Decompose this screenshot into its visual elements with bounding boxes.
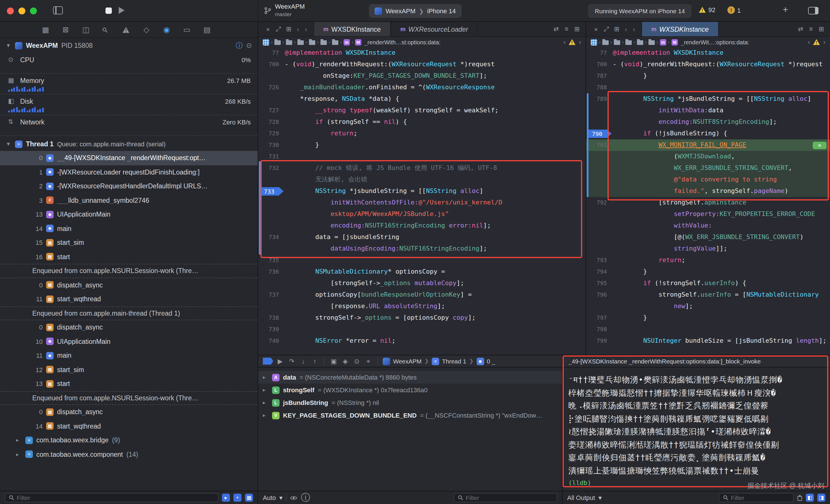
quick-look-icon[interactable] xyxy=(290,495,297,500)
code-line[interactable]: 788 xyxy=(586,82,830,93)
line-number[interactable] xyxy=(586,116,613,128)
code-line[interactable]: initWithData:data xyxy=(586,105,830,116)
close-window-button[interactable] xyxy=(7,7,14,14)
stack-frame-row[interactable]: 2☻-[WXResourceRequestHandlerDefaultImpl … xyxy=(0,179,258,193)
toggle-navigator-icon[interactable] xyxy=(53,6,63,14)
line-number[interactable]: 729 xyxy=(258,128,285,139)
code-line[interactable]: 791 WX_MONITOR_FAIL_ON_PAGE≡ xyxy=(586,139,830,151)
line-number[interactable] xyxy=(258,70,285,82)
breakpoint-indicator[interactable]: 790 xyxy=(587,129,611,138)
folder-icon[interactable] xyxy=(274,40,281,45)
code-line[interactable]: encoding:NSUTF8StringEncoding]; xyxy=(586,116,830,128)
disclosure-triangle-icon[interactable]: ▸ xyxy=(16,451,22,457)
editor-grid-icon[interactable]: ⊞ xyxy=(611,25,622,33)
stop-button[interactable] xyxy=(105,7,112,14)
breadcrumb-symbol[interactable]: _renderWit…:options:data: xyxy=(681,39,749,45)
run-button[interactable] xyxy=(119,7,125,14)
stack-frame-row[interactable]: 0▦dispatch_async xyxy=(0,320,258,334)
gauge-mode-icon[interactable]: ⊙ xyxy=(246,41,252,49)
code-line[interactable]: 792 [strongSelf.apmInstance xyxy=(586,197,830,208)
tab-WXSDKInstance[interactable]: mWXSDKInstance xyxy=(641,22,719,36)
line-number[interactable] xyxy=(586,232,613,243)
folder-icon[interactable] xyxy=(614,40,620,45)
gauge-network[interactable]: ⇅NetworkZero KB/s xyxy=(0,115,258,136)
stack-frame-row[interactable]: 14▦start_wqthread xyxy=(0,419,258,433)
line-number[interactable]: 737 xyxy=(258,289,285,301)
filter-crashed-threads-icon[interactable]: + xyxy=(233,494,242,502)
code-line[interactable]: [response.URL absoluteString]; xyxy=(258,301,585,312)
simulate-location-icon[interactable]: ⌖ xyxy=(364,358,373,365)
step-over-icon[interactable]: ↷ xyxy=(287,358,296,365)
navigator-filter-field[interactable] xyxy=(5,493,219,502)
console-scope-select[interactable]: All Output xyxy=(567,494,595,501)
variable-row[interactable]: ▸VKEY_PAGE_STAGES_DOWN_BUNDLE_END= (__NS… xyxy=(258,409,562,422)
code-line[interactable]: esktop/APM/WeexAPM/JSBundle.js" xyxy=(258,208,585,220)
line-number[interactable]: 736 xyxy=(258,266,285,278)
stack-frame-row[interactable]: 0▦dispatch_async xyxy=(0,405,258,419)
code-line[interactable]: withValue: xyxy=(586,220,830,232)
code-line[interactable]: 739 xyxy=(258,324,585,335)
code-line[interactable]: 790 if (!jsBundleString) { xyxy=(586,128,830,139)
step-out-icon[interactable]: ↑ xyxy=(310,358,319,365)
continue-execution-icon[interactable]: ▶ xyxy=(276,358,285,365)
source-code-area[interactable]: 77@implementation WXSDKInstance700- (voi… xyxy=(258,47,585,355)
go-back-icon[interactable]: ‹ xyxy=(622,26,630,33)
breakpoints-toggle-icon[interactable] xyxy=(263,358,273,365)
code-line[interactable]: 736 NSMutableDictionary* optionsCopy = xyxy=(258,266,585,278)
line-number[interactable] xyxy=(258,301,285,312)
code-line[interactable]: 794 } xyxy=(586,266,830,278)
source-control-navigator-icon[interactable]: ⊠ xyxy=(62,25,70,34)
stack-frame-row[interactable]: 0▦dispatch_async xyxy=(0,278,258,292)
stack-frame-row[interactable]: 0☻__49-[WXSDKInstance _renderWithRequest… xyxy=(0,151,258,165)
gauge-memory[interactable]: ▦Memory26.7 MB xyxy=(0,74,258,95)
report-navigator-icon[interactable]: ▤ xyxy=(203,25,211,34)
code-line[interactable]: 700- (void)_renderWithRequest:(WXResourc… xyxy=(586,59,830,70)
objc-file-icon[interactable]: m xyxy=(344,39,350,45)
code-line[interactable]: new]; xyxy=(586,301,830,312)
project-icon[interactable] xyxy=(591,39,597,45)
project-navigator-icon[interactable]: ▦ xyxy=(41,25,50,34)
code-line[interactable]: @"data converting to string xyxy=(586,174,830,186)
code-line[interactable]: 738 strongSelf->_options = [optionsCopy … xyxy=(258,312,585,324)
line-number[interactable]: 733 xyxy=(258,186,285,197)
error-count-badge[interactable]: ! 1 xyxy=(727,6,741,14)
line-number[interactable]: 788 xyxy=(586,82,613,93)
add-tab-button[interactable]: + xyxy=(783,5,788,15)
line-number[interactable]: 795 xyxy=(586,278,613,289)
code-line[interactable]: stringValue]]; xyxy=(586,243,830,255)
symbol-navigator-icon[interactable]: ◫ xyxy=(82,25,90,34)
previous-issue-icon[interactable]: ‹ xyxy=(808,39,810,45)
stack-frame-row[interactable]: 10☻UIApplicationMain xyxy=(0,334,258,348)
line-number[interactable] xyxy=(258,243,285,255)
code-review-icon[interactable]: ⇄ xyxy=(551,25,562,33)
minimize-window-button[interactable] xyxy=(19,7,25,14)
code-line[interactable]: 77@implementation WXSDKInstance xyxy=(258,47,585,59)
code-line[interactable]: [strongSelf->_options mutableCopy]; xyxy=(258,278,585,289)
line-number[interactable]: 738 xyxy=(258,312,285,324)
folder-icon[interactable] xyxy=(320,40,327,45)
code-line[interactable]: 无法解析, 会出错 xyxy=(258,174,585,186)
line-number[interactable]: 793 xyxy=(586,255,613,266)
line-number[interactable]: 700 xyxy=(586,59,613,70)
line-number[interactable]: 797 xyxy=(586,312,613,324)
folder-icon[interactable] xyxy=(626,40,632,45)
step-into-icon[interactable]: ↓ xyxy=(298,358,308,365)
tab-WXResourceLoader[interactable]: mWXResourceLoader xyxy=(390,22,478,36)
code-line[interactable]: 737 optionsCopy[bundleResponseUrlOptionK… xyxy=(258,289,585,301)
code-line[interactable]: 729 return; xyxy=(258,128,585,139)
stack-frame-row[interactable]: 1☻-[WXResourceLoader requestDidFinishLoa… xyxy=(0,165,258,179)
find-navigator-icon[interactable] xyxy=(102,27,110,33)
line-number[interactable]: 791 xyxy=(586,139,613,151)
line-number[interactable] xyxy=(586,220,613,232)
code-line[interactable]: setProperty:KEY_PROPERTIES_ERROR_CODE xyxy=(586,208,830,220)
code-line[interactable]: 796 strongSelf.userInfo = [NSMutableDict… xyxy=(586,289,830,301)
line-number[interactable]: 790 xyxy=(586,128,613,139)
line-number[interactable]: 740 xyxy=(258,335,285,347)
code-line[interactable]: failed.", strongSelf.pageName) xyxy=(586,186,830,197)
code-line[interactable]: 727 __strong typeof(weakSelf) strongSelf… xyxy=(258,105,585,116)
editor-grid-icon[interactable]: ⊞ xyxy=(284,25,294,33)
stack-frame-row[interactable]: 16▦start xyxy=(0,250,258,264)
debug-thread-name[interactable]: Thread 1 xyxy=(442,358,466,365)
navigator-filter-input[interactable] xyxy=(17,494,215,501)
previous-issue-icon[interactable]: ‹ xyxy=(564,39,566,45)
